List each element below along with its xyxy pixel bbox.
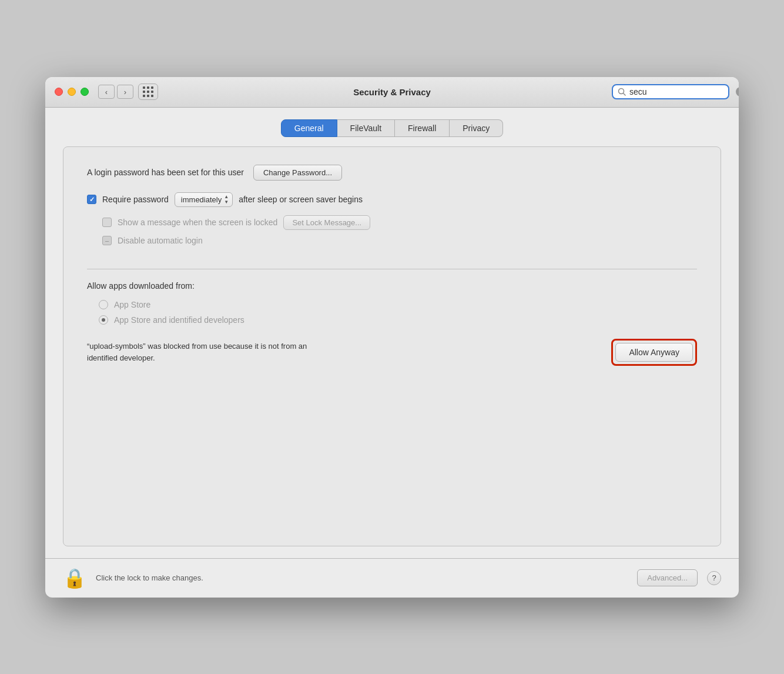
- bottom-bar: 🔒 Click the lock to make changes. Advanc…: [45, 558, 739, 598]
- lock-text: Click the lock to make changes.: [96, 573, 628, 582]
- window-title: Security & Privacy: [353, 87, 431, 97]
- show-message-label: Show a message when the screen is locked: [118, 218, 277, 227]
- search-box[interactable]: secu ✕: [612, 84, 729, 99]
- after-sleep-label: after sleep or screen saver begins: [239, 195, 363, 204]
- grid-icon: [143, 86, 154, 98]
- app-store-label: App Store: [114, 300, 150, 309]
- search-clear-button[interactable]: ✕: [736, 87, 739, 96]
- show-message-checkbox[interactable]: [102, 218, 112, 227]
- allow-apps-label: Allow apps downloaded from:: [87, 281, 697, 291]
- nav-buttons: ‹ ›: [98, 85, 133, 99]
- titlebar: ‹ › Security & Privacy secu ✕: [45, 77, 739, 108]
- blocked-section: “upload-symbols” was blocked from use be…: [87, 339, 697, 366]
- allow-anyway-button[interactable]: Allow Anyway: [615, 343, 693, 362]
- help-button[interactable]: ?: [707, 571, 721, 585]
- system-preferences-window: ‹ › Security & Privacy secu ✕ General Fi…: [45, 77, 739, 598]
- tab-bar: General FileVault Firewall Privacy: [63, 119, 721, 137]
- tab-general[interactable]: General: [281, 119, 337, 137]
- disable-auto-login-row: Disable automatic login: [102, 236, 697, 245]
- traffic-lights: [55, 88, 89, 96]
- set-lock-message-button[interactable]: Set Lock Message...: [283, 215, 370, 230]
- tab-filevault[interactable]: FileVault: [337, 119, 395, 137]
- app-store-identified-radio[interactable]: [99, 315, 108, 325]
- disable-auto-login-label: Disable automatic login: [118, 236, 203, 245]
- password-timing-dropdown[interactable]: immediately ▲ ▼: [175, 192, 233, 207]
- content-area: General FileVault Firewall Privacy A log…: [45, 108, 739, 558]
- show-message-row: Show a message when the screen is locked…: [102, 215, 697, 230]
- require-password-checkbox[interactable]: [87, 195, 96, 204]
- app-store-radio[interactable]: [99, 300, 108, 309]
- password-set-label: A login password has been set for this u…: [87, 168, 244, 177]
- dropdown-value: immediately: [181, 195, 222, 204]
- search-icon: [618, 88, 626, 96]
- radio-row-app-store-identified: App Store and identified developers: [99, 315, 697, 325]
- blocked-message: “upload-symbols” was blocked from use be…: [87, 341, 599, 363]
- app-store-identified-label: App Store and identified developers: [114, 315, 244, 325]
- settings-panel: A login password has been set for this u…: [63, 146, 721, 546]
- tab-privacy[interactable]: Privacy: [450, 119, 503, 137]
- require-password-row: Require password immediately ▲ ▼ after s…: [87, 192, 697, 207]
- blocked-message-line1: “upload-symbols” was blocked from use be…: [87, 342, 307, 351]
- maximize-button[interactable]: [81, 88, 89, 96]
- back-button[interactable]: ‹: [98, 85, 115, 99]
- password-set-row: A login password has been set for this u…: [87, 165, 697, 181]
- allow-anyway-highlight: Allow Anyway: [611, 339, 697, 366]
- lock-icon[interactable]: 🔒: [63, 567, 86, 589]
- minimize-button[interactable]: [68, 88, 76, 96]
- section-divider: [87, 269, 697, 269]
- tab-firewall[interactable]: Firewall: [395, 119, 450, 137]
- close-button[interactable]: [55, 88, 63, 96]
- blocked-message-line2: identified developer.: [87, 353, 155, 362]
- search-input[interactable]: secu: [629, 87, 732, 96]
- disable-auto-login-checkbox[interactable]: [102, 236, 112, 245]
- download-source-options: App Store App Store and identified devel…: [99, 300, 697, 325]
- home-button[interactable]: [138, 84, 158, 100]
- radio-row-app-store: App Store: [99, 300, 697, 309]
- change-password-button[interactable]: Change Password...: [253, 165, 342, 181]
- svg-line-1: [624, 94, 626, 96]
- advanced-button[interactable]: Advanced...: [637, 569, 698, 586]
- require-password-label: Require password: [102, 195, 169, 204]
- forward-button[interactable]: ›: [117, 85, 133, 99]
- dropdown-arrows-icon: ▲ ▼: [224, 195, 229, 205]
